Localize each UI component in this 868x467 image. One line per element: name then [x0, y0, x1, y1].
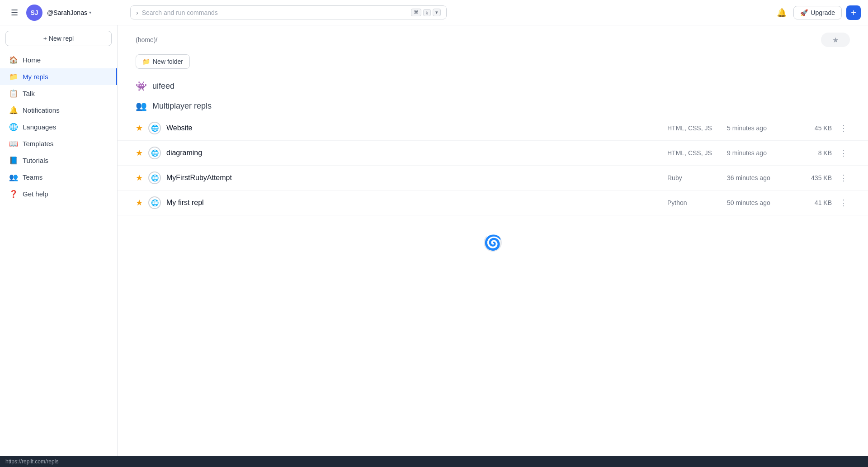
repl-time: 36 minutes ago	[727, 174, 790, 181]
content-toolbar: 📁 New folder	[118, 51, 868, 76]
globe-ring-icon: 🌐	[148, 172, 161, 184]
repl-time: 50 minutes ago	[727, 199, 790, 206]
more-icon[interactable]: ⋮	[837, 196, 850, 210]
loading-spinner: 🌀	[484, 234, 502, 252]
content: (home)/ ★ 📁 New folder 👾 uifeed 👥 Multip…	[118, 25, 868, 456]
sidebar-item-label: Templates	[23, 140, 53, 148]
talk-icon: 📋	[9, 89, 18, 98]
new-folder-label: New folder	[153, 58, 183, 65]
sidebar-item-label: My repls	[23, 73, 48, 81]
kbd-cmd: ⌘	[411, 9, 421, 16]
sidebar-item-talk[interactable]: 📋 Talk	[0, 85, 117, 102]
tutorials-icon: 📘	[9, 156, 18, 165]
more-icon[interactable]: ⋮	[837, 171, 850, 185]
upgrade-button[interactable]: 🚀 Upgrade	[793, 6, 842, 19]
sidebar-item-templates[interactable]: 📖 Templates	[0, 135, 117, 152]
repl-size: 435 KB	[796, 174, 832, 181]
uifeed-title: uifeed	[152, 81, 175, 91]
star-icon: ★	[832, 36, 839, 44]
multiplayer-section[interactable]: 👥 Multiplayer repls	[118, 96, 868, 116]
sidebar-item-label: Get help	[23, 190, 48, 198]
topbar-center: › Search and run commands ⌘ k ▾	[130, 5, 769, 19]
repl-size: 45 KB	[796, 124, 832, 132]
content-header: (home)/ ★	[118, 25, 868, 51]
kbd-expand: ▾	[433, 9, 441, 16]
repl-name: Website	[166, 124, 662, 132]
repl-name: My first repl	[166, 199, 662, 207]
sidebar-item-label: Notifications	[23, 106, 60, 114]
more-icon[interactable]: ⋮	[837, 146, 850, 160]
star-icon[interactable]: ★	[136, 173, 143, 183]
help-icon: ❓	[9, 190, 18, 198]
avatar: SJ	[26, 5, 42, 21]
sidebar-item-languages[interactable]: 🌐 Languages	[0, 119, 117, 135]
chevron-right-icon: ›	[136, 9, 138, 16]
repl-size: 41 KB	[796, 199, 832, 206]
chevron-down-icon: ▾	[89, 10, 91, 15]
home-icon: 🏠	[9, 56, 18, 64]
kbd-k: k	[423, 9, 431, 16]
topbar-right: 🔔 🚀 Upgrade +	[774, 5, 861, 20]
topbar-left: ☰ SJ @SarahJonas ▾	[7, 5, 125, 21]
sidebar: + New repl 🏠 Home 📁 My repls 📋 Talk 🔔 No…	[0, 25, 118, 456]
repl-lang: HTML, CSS, JS	[667, 149, 722, 157]
repl-lang: Ruby	[667, 174, 722, 181]
sidebar-item-label: Talk	[23, 90, 35, 97]
create-button[interactable]: +	[846, 5, 861, 20]
star-icon[interactable]: ★	[136, 148, 143, 158]
sidebar-item-my-repls[interactable]: 📁 My repls	[0, 68, 117, 85]
globe-icon: 🌐	[9, 123, 18, 131]
repl-name: MyFirstRubyAttempt	[166, 174, 662, 182]
rocket-icon: 🚀	[800, 9, 808, 16]
statusbar-url: https://replit.com/repls	[5, 458, 58, 465]
sidebar-item-label: Teams	[23, 173, 42, 181]
star-filter-toggle[interactable]: ★	[821, 33, 850, 47]
repl-time: 9 minutes ago	[727, 149, 790, 157]
sidebar-item-label: Languages	[23, 123, 56, 131]
user-menu[interactable]: @SarahJonas ▾	[47, 9, 91, 16]
star-icon[interactable]: ★	[136, 198, 143, 208]
repl-item[interactable]: ★ 🌐 MyFirstRubyAttempt Ruby 36 minutes a…	[118, 166, 868, 191]
sidebar-item-notifications[interactable]: 🔔 Notifications	[0, 102, 117, 119]
multiplayer-icon: 👥	[136, 100, 147, 111]
templates-icon: 📖	[9, 139, 18, 148]
more-icon[interactable]: ⋮	[837, 121, 850, 135]
repl-size: 8 KB	[796, 149, 832, 157]
topbar: ☰ SJ @SarahJonas ▾ › Search and run comm…	[0, 0, 868, 25]
folder-add-icon: 📁	[142, 58, 150, 65]
sidebar-item-tutorials[interactable]: 📘 Tutorials	[0, 152, 117, 169]
breadcrumb: (home)/	[136, 36, 157, 43]
globe-ring-icon: 🌐	[148, 196, 161, 209]
statusbar: https://replit.com/repls	[0, 456, 868, 467]
teams-icon: 👥	[9, 173, 18, 181]
search-bar[interactable]: › Search and run commands ⌘ k ▾	[130, 5, 447, 19]
globe-ring-icon: 🌐	[148, 122, 161, 134]
multiplayer-title: Multiplayer repls	[152, 101, 212, 111]
sidebar-item-label: Home	[23, 56, 41, 64]
user-name-text: @SarahJonas	[47, 9, 87, 16]
search-placeholder: Search and run commands	[142, 9, 407, 16]
new-repl-label: + New repl	[43, 35, 74, 42]
sidebar-item-get-help[interactable]: ❓ Get help	[0, 186, 117, 202]
loading-spinner-container: 🌀	[118, 215, 868, 270]
hamburger-icon[interactable]: ☰	[7, 5, 22, 20]
notification-icon: 🔔	[9, 106, 18, 114]
search-shortcut: ⌘ k ▾	[411, 9, 441, 16]
sidebar-item-label: Tutorials	[23, 157, 48, 164]
globe-ring-icon: 🌐	[148, 147, 161, 159]
repl-lang: Python	[667, 199, 722, 206]
repl-item[interactable]: ★ 🌐 Website HTML, CSS, JS 5 minutes ago …	[118, 116, 868, 141]
bell-icon[interactable]: 🔔	[774, 5, 789, 20]
repl-item[interactable]: ★ 🌐 My first repl Python 50 minutes ago …	[118, 191, 868, 215]
main-layout: + New repl 🏠 Home 📁 My repls 📋 Talk 🔔 No…	[0, 25, 868, 456]
repl-name: diagraming	[166, 149, 662, 157]
sidebar-item-home[interactable]: 🏠 Home	[0, 52, 117, 68]
new-repl-button[interactable]: + New repl	[5, 31, 112, 46]
uifeed-section[interactable]: 👾 uifeed	[118, 76, 868, 96]
repl-time: 5 minutes ago	[727, 124, 790, 132]
sidebar-item-teams[interactable]: 👥 Teams	[0, 169, 117, 186]
star-icon[interactable]: ★	[136, 123, 143, 133]
repl-item[interactable]: ★ 🌐 diagraming HTML, CSS, JS 9 minutes a…	[118, 141, 868, 166]
upgrade-label: Upgrade	[811, 9, 835, 16]
new-folder-button[interactable]: 📁 New folder	[136, 54, 190, 69]
